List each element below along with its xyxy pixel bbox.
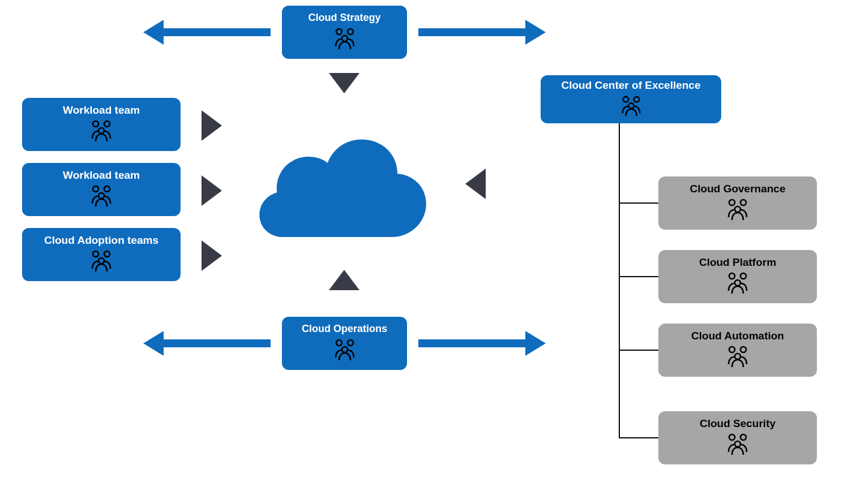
svg-point-16 (633, 97, 639, 102)
triangle-up-icon (329, 270, 359, 290)
connector-line (619, 276, 658, 277)
arrow-left-icon (143, 336, 271, 351)
connector-line (619, 203, 658, 204)
people-icon (85, 120, 117, 145)
svg-point-29 (735, 441, 740, 447)
svg-point-5 (342, 347, 348, 352)
triangle-left-icon (465, 169, 486, 199)
svg-point-12 (93, 251, 99, 257)
triangle-down-icon (329, 73, 359, 93)
cloud-operations-title: Cloud Operations (302, 323, 387, 335)
arrow-left-icon (143, 25, 271, 40)
cloud-platform-title: Cloud Platform (699, 256, 776, 269)
svg-point-14 (99, 258, 104, 264)
svg-point-10 (104, 186, 110, 192)
node-cloud-adoption: Cloud Adoption teams (22, 228, 181, 281)
svg-point-8 (99, 128, 104, 133)
people-icon (615, 96, 647, 119)
cloud-automation-title: Cloud Automation (691, 330, 784, 343)
svg-point-15 (623, 97, 628, 102)
node-cloud-automation: Cloud Automation (658, 324, 817, 377)
ccoe-title: Cloud Center of Excellence (561, 79, 700, 92)
people-icon (85, 250, 117, 275)
node-ccoe: Cloud Center of Excellence (541, 75, 721, 123)
svg-point-17 (628, 103, 634, 109)
svg-point-7 (104, 121, 110, 127)
svg-point-4 (348, 340, 353, 346)
arrow-right-icon (418, 25, 546, 40)
triangle-right-icon (202, 175, 222, 206)
svg-point-0 (336, 29, 342, 35)
node-cloud-operations: Cloud Operations (282, 317, 407, 370)
svg-point-27 (729, 434, 735, 440)
svg-point-1 (348, 29, 353, 35)
people-icon (329, 28, 361, 53)
node-workload-team-2: Workload team (22, 163, 181, 216)
svg-point-21 (729, 273, 735, 279)
svg-point-9 (93, 186, 99, 192)
node-workload-team-1: Workload team (22, 98, 181, 151)
connector-line (619, 437, 658, 438)
svg-point-22 (740, 273, 746, 279)
people-icon (329, 339, 361, 364)
svg-point-18 (729, 200, 735, 205)
svg-point-26 (735, 354, 740, 359)
node-cloud-security: Cloud Security (658, 411, 817, 464)
cloud-adoption-title: Cloud Adoption teams (44, 234, 159, 247)
svg-point-2 (342, 36, 348, 41)
people-icon (722, 346, 753, 371)
workload-team-2-title: Workload team (63, 169, 140, 182)
svg-point-20 (735, 206, 740, 212)
connector-line (619, 123, 620, 438)
svg-point-6 (93, 121, 99, 127)
workload-team-1-title: Workload team (63, 104, 140, 117)
triangle-right-icon (202, 240, 222, 271)
node-cloud-platform: Cloud Platform (658, 250, 817, 303)
svg-point-23 (735, 280, 740, 286)
triangle-right-icon (202, 110, 222, 141)
svg-point-11 (99, 193, 104, 199)
svg-point-24 (729, 347, 735, 352)
people-icon (722, 433, 753, 458)
svg-point-13 (104, 251, 110, 257)
cloud-governance-title: Cloud Governance (690, 183, 786, 196)
node-cloud-governance: Cloud Governance (658, 176, 817, 230)
svg-point-3 (336, 340, 342, 346)
people-icon (722, 272, 753, 297)
people-icon (722, 199, 753, 223)
svg-point-25 (740, 347, 746, 352)
svg-point-28 (740, 434, 746, 440)
connector-line (619, 350, 658, 351)
cloud-icon (248, 122, 432, 238)
cloud-security-title: Cloud Security (700, 417, 776, 430)
arrow-right-icon (418, 336, 546, 351)
svg-point-19 (740, 200, 746, 205)
cloud-strategy-title: Cloud Strategy (308, 12, 380, 24)
people-icon (85, 185, 117, 210)
node-cloud-strategy: Cloud Strategy (282, 6, 407, 59)
